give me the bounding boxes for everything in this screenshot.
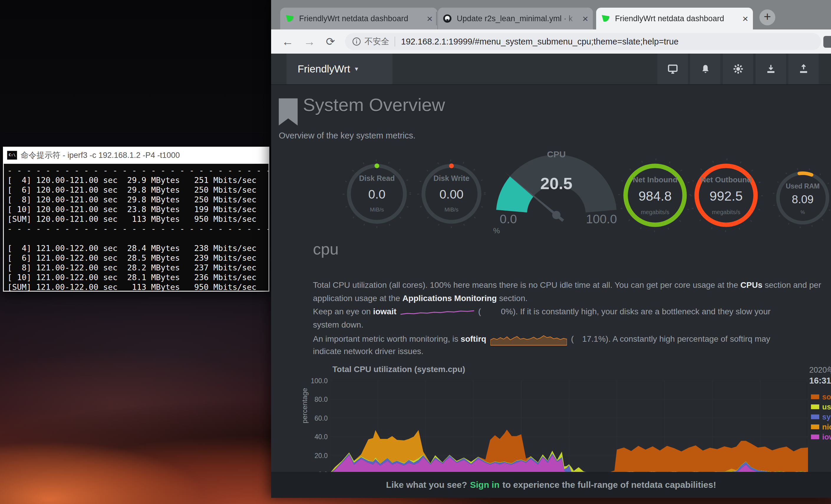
terminal-line: [SUM] 121.00-122.00 sec 113 MBytes 950 M… <box>7 282 265 292</box>
page-subtitle: Overview of the key system metrics. <box>279 131 416 141</box>
svg-text:CPU: CPU <box>547 149 566 159</box>
tab-separator <box>436 12 437 25</box>
host-name: FriendlyWrt <box>297 63 350 75</box>
page-title: System Overview <box>303 94 445 115</box>
tab-netdata-2-active[interactable]: FriendlyWrt netdata dashboard × <box>596 8 753 29</box>
alarms-button[interactable] <box>690 54 720 84</box>
gauge-net-inbound[interactable]: Net Inbound 984.8 megabits/s <box>614 154 696 237</box>
chart-date-label: 2020年3 <box>809 365 831 375</box>
svg-text:megabits/s: megabits/s <box>712 209 741 215</box>
github-icon <box>442 14 452 23</box>
legend-item-iowait[interactable]: iowait <box>811 432 831 442</box>
terminal-line: [ 6] 120.00-121.00 sec 29.8 MBytes 250 M… <box>7 185 265 195</box>
svg-text:MiB/s: MiB/s <box>445 207 459 213</box>
cpus-link[interactable]: CPUs <box>741 280 763 290</box>
url-divider <box>395 36 395 47</box>
sign-in-link[interactable]: Sign in <box>470 480 499 490</box>
svg-text:Used RAM: Used RAM <box>785 182 820 190</box>
forward-button[interactable]: → <box>304 29 315 54</box>
cmd-icon: C:\ <box>7 151 17 160</box>
tab-github[interactable]: Update r2s_lean_minimal.yml · k × <box>438 8 593 29</box>
terminal-titlebar[interactable]: C:\ 命令提示符 - iperf3 -c 192.168.1.2 -P4 -t… <box>3 147 269 164</box>
legend-item-nice[interactable]: nice <box>811 422 831 432</box>
export-button[interactable] <box>788 54 819 84</box>
security-label: 不安全 <box>365 36 389 47</box>
new-tab-button[interactable]: + <box>760 9 775 25</box>
softirq-sparkline <box>490 333 567 346</box>
svg-text:100.0: 100.0 <box>586 212 617 226</box>
legend-label: user <box>822 403 831 412</box>
gauge-cpu[interactable]: CPU 20.5 0.0 100.0 % <box>487 144 626 239</box>
banner-prefix: Like what you see? <box>386 480 467 490</box>
svg-text:20.5: 20.5 <box>540 174 573 192</box>
svg-text:MiB/s: MiB/s <box>370 207 384 213</box>
gauge-disk-write[interactable]: Disk Write 0.00 MiB/s <box>413 155 490 232</box>
legend-swatch <box>811 414 819 419</box>
gauge-net-outbound[interactable]: Net Outbound 992.5 megabits/s <box>685 154 767 237</box>
help-line: application usage at the Applications Mo… <box>313 294 831 307</box>
terminal-line: [SUM] 120.00-121.00 sec 113 MBytes 950 M… <box>7 214 265 224</box>
section-heading-cpu: cpu <box>313 240 339 258</box>
tab-close-icon[interactable]: × <box>582 14 588 23</box>
import-button[interactable] <box>755 54 786 84</box>
legend-swatch <box>811 405 819 409</box>
y-tick-label: 40.0 <box>304 433 328 441</box>
legend-item-system[interactable]: system <box>811 412 831 422</box>
legend-label: system <box>822 412 831 421</box>
tab-label: FriendlyWrt netdata dashboard <box>299 14 423 23</box>
svg-text:0.0: 0.0 <box>500 212 517 226</box>
help-line: indicate network driver issues. <box>313 347 831 360</box>
netdata-icon <box>285 14 294 23</box>
bookmark-icon[interactable] <box>279 98 297 125</box>
terminal-line: [ 4] 121.00-122.00 sec 28.4 MBytes 238 M… <box>7 243 265 253</box>
host-dropdown[interactable]: FriendlyWrt ▾ <box>286 54 393 84</box>
tab-close-icon[interactable]: × <box>742 14 748 23</box>
address-bar[interactable]: 不安全 192.168.2.1:19999/#menu_system_subme… <box>345 33 821 50</box>
browser-toolbar: ← → ⟳ 不安全 192.168.2.1:19999/#menu_system… <box>271 29 831 54</box>
url-text[interactable]: 192.168.2.1:19999/#menu_system_submenu_c… <box>401 37 679 47</box>
gear-icon <box>733 63 744 75</box>
banner-suffix: to experience the full-range of netdata … <box>503 480 716 490</box>
terminal-window[interactable]: C:\ 命令提示符 - iperf3 -c 192.168.1.2 -P4 -t… <box>3 147 269 292</box>
gauge-status-dot <box>449 164 454 168</box>
signin-banner: Like what you see? Sign in to experience… <box>271 472 831 498</box>
tab-netdata-1[interactable]: FriendlyWrt netdata dashboard × <box>280 8 437 29</box>
gauge-disk-read[interactable]: Disk Read 0.0 MiB/s <box>339 155 415 232</box>
svg-text:Net Outbound: Net Outbound <box>700 175 751 184</box>
tab-strip: FriendlyWrt netdata dashboard × Update r… <box>271 0 831 29</box>
tab-label: Update r2s_lean_minimal.yml · k <box>457 14 578 23</box>
terminal-line: - - - - - - - - - - - - - - - - - - - - … <box>7 166 265 175</box>
reload-button[interactable]: ⟳ <box>326 29 335 54</box>
settings-button[interactable] <box>723 54 753 84</box>
cpu-utilization-chart[interactable] <box>330 381 808 474</box>
applications-monitoring-link[interactable]: Applications Monitoring <box>403 294 497 303</box>
gauge-used-ram[interactable]: Used RAM 8.09 % <box>770 166 831 230</box>
y-tick-label: 20.0 <box>304 452 328 460</box>
terminal-line: [ 6] 121.00-122.00 sec 28.5 MBytes 239 M… <box>7 253 265 263</box>
svg-text:Disk Write: Disk Write <box>433 174 469 182</box>
netdata-icon <box>601 14 610 23</box>
toolbar-edge-icon[interactable] <box>823 36 831 48</box>
legend-item-user[interactable]: user <box>811 402 831 412</box>
terminal-body[interactable]: - - - - - - - - - - - - - - - - - - - - … <box>3 164 269 292</box>
browser-window: FriendlyWrt netdata dashboard × Update r… <box>271 0 831 498</box>
legend-label: iowait <box>822 433 831 442</box>
svg-text:megabits/s: megabits/s <box>641 209 669 215</box>
svg-text:984.8: 984.8 <box>638 188 672 204</box>
legend-label: nice <box>822 422 831 432</box>
back-button[interactable]: ← <box>282 29 293 54</box>
chart-time-label: 16:31:2 <box>809 376 831 386</box>
chevron-down-icon: ▾ <box>355 65 358 73</box>
legend-item-softirq[interactable]: softirq <box>811 392 831 402</box>
svg-text:Disk Read: Disk Read <box>359 174 395 182</box>
svg-text:8.09: 8.09 <box>792 193 813 206</box>
tab-close-icon[interactable]: × <box>427 14 433 23</box>
netdata-navbar: FriendlyWrt ▾ <box>271 54 831 85</box>
y-tick-label: 60.0 <box>304 414 328 422</box>
info-icon[interactable] <box>352 37 361 46</box>
nodes-view-button[interactable] <box>657 54 688 84</box>
terminal-line: [ 4] 120.00-121.00 sec 29.9 MBytes 251 M… <box>7 175 265 185</box>
help-line: An important metric worth monitoring, is… <box>313 333 831 347</box>
terminal-line: [ 10] 120.00-121.00 sec 23.8 MBytes 199 … <box>7 204 265 214</box>
terminal-line: [ 8] 121.00-122.00 sec 28.2 MBytes 237 M… <box>7 263 265 272</box>
